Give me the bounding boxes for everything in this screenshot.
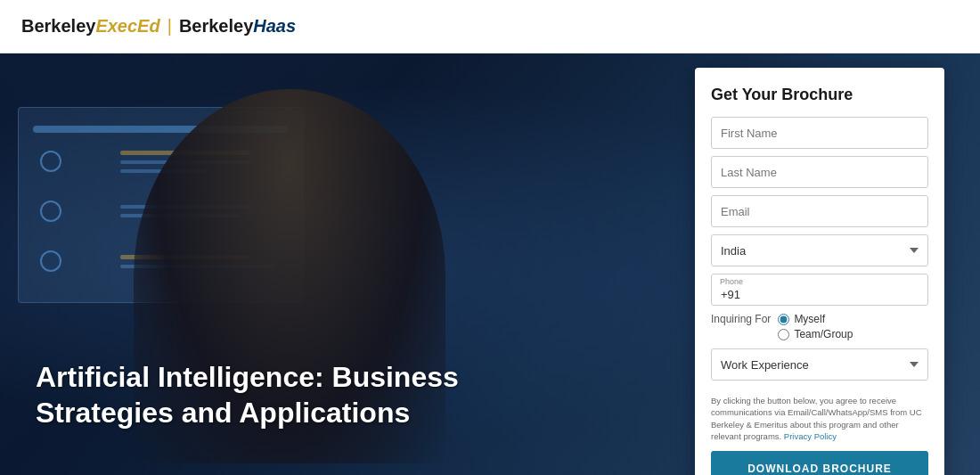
radio-myself-option[interactable]: Myself — [778, 313, 853, 325]
work-experience-row: Work Experience 0-2 years 3-5 years 6-10… — [711, 348, 928, 388]
radio-myself-input[interactable] — [778, 314, 789, 325]
logo-execed-text: ExecEd — [95, 16, 159, 36]
phone-label: Phone — [720, 277, 743, 286]
logo-berkeley-text: Berkeley — [21, 16, 95, 36]
country-select[interactable]: India United States United Kingdom Canad… — [711, 234, 928, 266]
download-brochure-button[interactable]: DOWNLOAD BROCHURE — [711, 451, 928, 475]
hero-text-block: Artificial Intelligence: Business Strate… — [36, 359, 463, 430]
inquiring-options: Myself Team/Group — [778, 313, 853, 343]
brochure-form-card: Get Your Brochure India United States Un… — [695, 68, 944, 475]
header: BerkeleyExecEd | BerkeleyHaas — [0, 0, 980, 53]
logo-haas: BerkeleyHaas — [179, 16, 296, 37]
form-title: Get Your Brochure — [711, 86, 928, 104]
phone-input[interactable] — [711, 274, 928, 306]
radio-team-input[interactable] — [778, 329, 789, 340]
logo-haas-text: Haas — [253, 16, 296, 36]
privacy-policy-link[interactable]: Privacy Policy — [784, 431, 837, 441]
radio-myself-label: Myself — [794, 313, 825, 325]
hero-section: Artificial Intelligence: Business Strate… — [0, 53, 980, 475]
phone-field-group: Phone — [711, 274, 928, 306]
first-name-input[interactable] — [711, 117, 928, 149]
logo-haas-berkeley-text: Berkeley — [179, 16, 253, 36]
email-input[interactable] — [711, 195, 928, 227]
last-name-input[interactable] — [711, 156, 928, 188]
disclaimer-text: By clicking the button below, you agree … — [711, 395, 928, 442]
inquiring-for-group: Inquiring For Myself Team/Group — [711, 313, 928, 343]
work-experience-select[interactable]: Work Experience 0-2 years 3-5 years 6-10… — [711, 348, 928, 381]
logo-separator: | — [167, 16, 172, 37]
radio-team-label: Team/Group — [794, 328, 853, 340]
radio-team-option[interactable]: Team/Group — [778, 328, 853, 340]
inquiring-for-label: Inquiring For — [711, 313, 771, 325]
hero-title: Artificial Intelligence: Business Strate… — [36, 359, 463, 430]
logo-execed: BerkeleyExecEd — [21, 16, 160, 37]
